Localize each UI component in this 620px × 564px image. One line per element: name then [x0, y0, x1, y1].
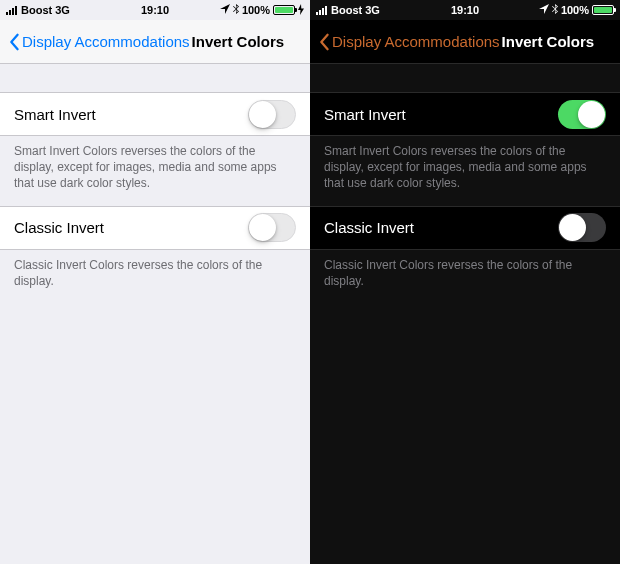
back-label: Display Accommodations [332, 33, 500, 50]
nav-bar: Display Accommodations Invert Colors [0, 20, 310, 64]
classic-invert-label: Classic Invert [324, 219, 414, 236]
smart-invert-description: Smart Invert Colors reverses the colors … [0, 136, 310, 206]
smart-invert-switch[interactable] [558, 100, 606, 129]
chevron-back-icon [8, 33, 20, 51]
bluetooth-icon [233, 4, 239, 17]
classic-invert-row[interactable]: Classic Invert [0, 206, 310, 250]
smart-invert-switch[interactable] [248, 100, 296, 129]
nav-bar: Display Accommodations Invert Colors [310, 20, 620, 64]
classic-invert-switch[interactable] [248, 213, 296, 242]
classic-invert-switch[interactable] [558, 213, 606, 242]
classic-invert-label: Classic Invert [14, 219, 104, 236]
signal-icon [6, 5, 17, 15]
chevron-back-icon [318, 33, 330, 51]
carrier-label: Boost 3G [331, 4, 380, 16]
back-button[interactable]: Display Accommodations [318, 33, 500, 51]
smart-invert-row[interactable]: Smart Invert [310, 92, 620, 136]
clock-label: 19:10 [141, 4, 169, 16]
charging-icon [298, 4, 304, 17]
back-label: Display Accommodations [22, 33, 190, 50]
status-bar: Boost 3G 19:10 100% [310, 0, 620, 20]
classic-invert-description: Classic Invert Colors reverses the color… [310, 250, 620, 303]
location-icon [220, 4, 230, 16]
bluetooth-icon [552, 4, 558, 17]
status-bar: Boost 3G 19:10 100% [0, 0, 310, 20]
carrier-label: Boost 3G [21, 4, 70, 16]
phone-light: Boost 3G 19:10 100% Display Accom [0, 0, 310, 564]
battery-icon [592, 5, 614, 15]
smart-invert-label: Smart Invert [14, 106, 96, 123]
phone-dark: Boost 3G 19:10 100% Display Accommodatio… [310, 0, 620, 564]
smart-invert-label: Smart Invert [324, 106, 406, 123]
classic-invert-description: Classic Invert Colors reverses the color… [0, 250, 310, 303]
smart-invert-description: Smart Invert Colors reverses the colors … [310, 136, 620, 206]
battery-percent-label: 100% [242, 4, 270, 16]
page-title: Invert Colors [192, 33, 285, 50]
back-button[interactable]: Display Accommodations [8, 33, 190, 51]
smart-invert-row[interactable]: Smart Invert [0, 92, 310, 136]
classic-invert-row[interactable]: Classic Invert [310, 206, 620, 250]
signal-icon [316, 5, 327, 15]
clock-label: 19:10 [451, 4, 479, 16]
location-icon [539, 4, 549, 16]
battery-percent-label: 100% [561, 4, 589, 16]
battery-icon [273, 5, 295, 15]
page-title: Invert Colors [502, 33, 595, 50]
